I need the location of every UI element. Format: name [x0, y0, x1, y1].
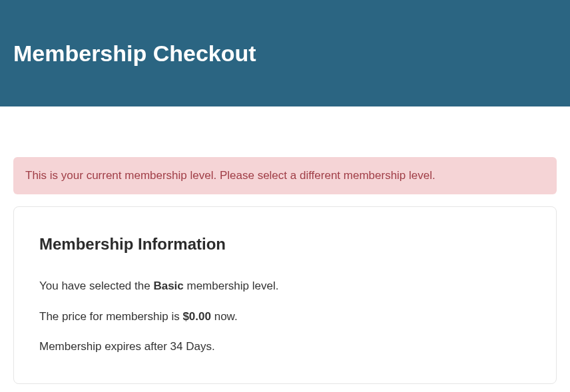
membership-level-name: Basic — [153, 280, 183, 292]
page-content: This is your current membership level. P… — [0, 106, 570, 392]
membership-expiry-line: Membership expires after 34 Days. — [39, 338, 531, 355]
price-suffix: now. — [211, 310, 238, 323]
membership-price-line: The price for membership is $0.00 now. — [39, 308, 531, 325]
alert-text: This is your current membership level. P… — [25, 169, 435, 182]
membership-selected-line: You have selected the Basic membership l… — [39, 278, 531, 295]
alert-message: This is your current membership level. P… — [13, 157, 557, 194]
selected-suffix: membership level. — [184, 280, 279, 292]
selected-prefix: You have selected the — [39, 280, 153, 292]
membership-info-card: Membership Information You have selected… — [13, 206, 557, 384]
membership-section-title: Membership Information — [39, 235, 531, 254]
page-header: Membership Checkout — [0, 0, 570, 106]
page-title: Membership Checkout — [13, 41, 256, 67]
membership-price-value: $0.00 — [182, 310, 211, 323]
price-prefix: The price for membership is — [39, 310, 182, 323]
